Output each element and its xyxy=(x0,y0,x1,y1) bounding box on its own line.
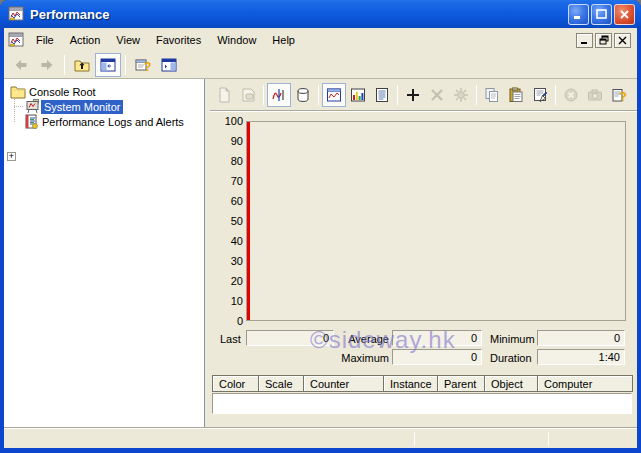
close-button[interactable] xyxy=(614,4,635,25)
svg-text:?: ? xyxy=(619,89,627,104)
view-graph-button[interactable] xyxy=(322,83,346,107)
timeline-marker xyxy=(247,122,250,320)
view-log-data-button[interactable] xyxy=(291,83,315,107)
view-current-activity-button[interactable] xyxy=(267,83,291,107)
view-log-data-icon xyxy=(295,87,311,103)
menu-help[interactable]: Help xyxy=(264,31,303,49)
legend-col-counter[interactable]: Counter xyxy=(303,375,384,392)
paste-counter-list-icon xyxy=(508,87,524,103)
tree-item-system-monitor[interactable]: System Monitor xyxy=(4,99,204,114)
status-bar xyxy=(4,427,637,448)
legend-header-row: Color Scale Counter Instance Parent Obje… xyxy=(212,375,632,392)
highlight-icon xyxy=(453,87,469,103)
maximize-button[interactable] xyxy=(591,4,612,25)
add-counters-button[interactable] xyxy=(401,83,425,107)
client-area: File Action View Favorites Window Help xyxy=(4,28,637,448)
menu-file[interactable]: File xyxy=(28,31,62,49)
chart-help-button[interactable]: ? xyxy=(607,83,631,107)
up-one-level-button[interactable] xyxy=(69,53,95,77)
duration-label: Duration xyxy=(490,351,532,365)
freeze-display-button[interactable] xyxy=(559,83,583,107)
view-report-button[interactable] xyxy=(370,83,394,107)
menu-view[interactable]: View xyxy=(108,31,148,49)
mdi-window-controls xyxy=(576,33,633,48)
tree-item-console-root[interactable]: Console Root xyxy=(4,84,204,99)
up-folder-icon xyxy=(74,57,90,73)
view-report-icon xyxy=(374,87,390,103)
menu-window[interactable]: Window xyxy=(209,31,264,49)
console-tree-panel: Console Root System Monitor xyxy=(4,79,205,427)
menu-action[interactable]: Action xyxy=(62,31,109,49)
legend-col-object[interactable]: Object xyxy=(484,375,538,392)
view-current-activity-icon xyxy=(271,87,287,103)
minimize-button[interactable] xyxy=(568,4,589,25)
show-hide-action-pane-button[interactable] xyxy=(156,53,182,77)
performance-window: Performance xyxy=(0,0,641,453)
mdi-minimize-button[interactable] xyxy=(576,33,593,48)
y-axis-tick: 70 xyxy=(210,175,243,187)
show-hide-console-tree-button[interactable] xyxy=(95,53,121,77)
action-pane-icon xyxy=(161,57,177,73)
toolbar-separator xyxy=(64,55,65,75)
view-histogram-icon xyxy=(350,87,366,103)
legend-col-scale[interactable]: Scale xyxy=(258,375,304,392)
average-value: 0 xyxy=(392,330,482,346)
console-tree-icon xyxy=(100,57,116,73)
menu-favorites[interactable]: Favorites xyxy=(148,31,209,49)
view-histogram-button[interactable] xyxy=(346,83,370,107)
properties-button[interactable] xyxy=(528,83,552,107)
back-arrow-icon xyxy=(13,57,29,73)
chart-toolbar-divider xyxy=(210,110,637,112)
copy-properties-button[interactable] xyxy=(480,83,504,107)
legend-col-parent[interactable]: Parent xyxy=(437,375,485,392)
help-dialog-icon: ? xyxy=(135,57,151,73)
legend-col-color[interactable]: Color xyxy=(212,375,259,392)
tree-item-label[interactable]: Console Root xyxy=(26,85,99,99)
forward-arrow-icon xyxy=(39,57,55,73)
forward-button[interactable] xyxy=(34,53,60,77)
minimum-label: Minimum xyxy=(490,332,535,346)
tree-expander-plus[interactable]: + xyxy=(7,152,16,161)
legend-col-computer[interactable]: Computer xyxy=(537,375,633,392)
tree-item-label[interactable]: Performance Logs and Alerts xyxy=(39,115,187,129)
perfmon-menubar-icon xyxy=(8,32,24,48)
clear-display-button[interactable] xyxy=(236,83,260,107)
performance-logs-icon xyxy=(23,114,39,129)
y-axis-tick: 90 xyxy=(210,135,243,147)
title-bar: Performance xyxy=(0,0,641,28)
update-data-button[interactable] xyxy=(583,83,607,107)
y-axis-tick: 30 xyxy=(210,255,243,267)
add-icon xyxy=(405,87,421,103)
tree-item-performance-logs[interactable]: + Performance Logs and Alerts xyxy=(4,114,204,129)
mdi-restore-button[interactable] xyxy=(595,33,612,48)
main-area: Console Root System Monitor xyxy=(4,79,637,427)
legend-col-instance[interactable]: Instance xyxy=(383,375,438,392)
y-axis-tick: 40 xyxy=(210,235,243,247)
window-title: Performance xyxy=(30,7,568,22)
maximum-label: Maximum xyxy=(336,351,389,365)
tree-item-label-selected[interactable]: System Monitor xyxy=(41,100,123,114)
clear-display-icon xyxy=(240,87,256,103)
toolbar-help-button[interactable]: ? xyxy=(130,53,156,77)
y-axis-tick: 10 xyxy=(210,295,243,307)
delete-counter-button[interactable] xyxy=(425,83,449,107)
chart-toolbar: ? xyxy=(212,83,631,107)
status-bar-divider xyxy=(414,432,415,446)
duration-value: 1:40 xyxy=(537,349,625,365)
new-counter-set-button[interactable] xyxy=(212,83,236,107)
y-axis-tick: 80 xyxy=(210,155,243,167)
back-button[interactable] xyxy=(8,53,34,77)
chart-toolbar-separator xyxy=(263,85,264,105)
paste-counter-list-button[interactable] xyxy=(504,83,528,107)
last-label: Last xyxy=(220,332,241,346)
view-graph-icon xyxy=(326,87,342,103)
y-axis-tick: 20 xyxy=(210,275,243,287)
system-monitor-panel: ? 100 90 80 70 60 50 40 30 20 10 0 xyxy=(210,79,637,427)
legend-empty-list[interactable] xyxy=(212,393,632,414)
folder-icon xyxy=(10,84,26,99)
highlight-button[interactable] xyxy=(449,83,473,107)
properties-icon xyxy=(532,87,548,103)
mdi-close-button[interactable] xyxy=(614,33,631,48)
help-icon: ? xyxy=(611,87,627,103)
svg-text:?: ? xyxy=(144,60,151,73)
